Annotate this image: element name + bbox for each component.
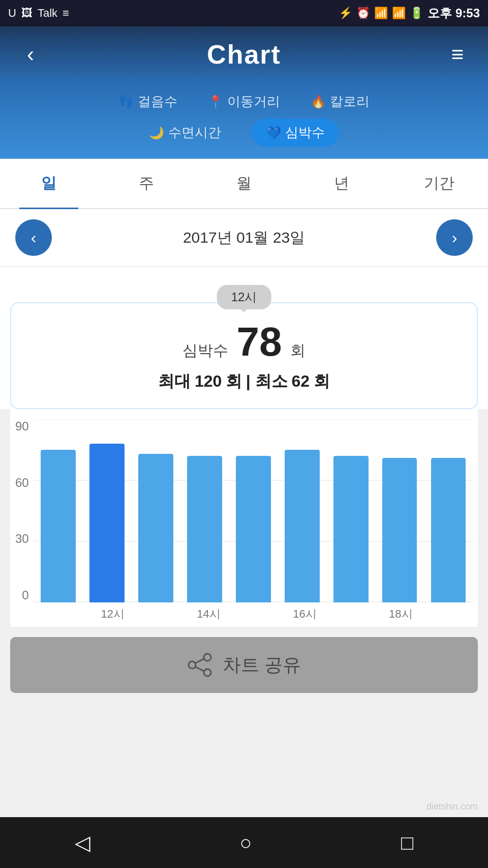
share-icon <box>187 652 212 678</box>
status-bar-left: U 🖼 Talk ≡ <box>8 7 69 20</box>
chart-bar[interactable] <box>41 450 76 602</box>
share-button[interactable]: 차트 공유 <box>10 637 478 693</box>
y-label-30: 30 <box>15 532 29 546</box>
min-label: 최소 <box>255 372 288 390</box>
app-icon-talk: Talk <box>38 7 57 20</box>
heart-rate-stats: 최대 120 회 | 최소 62 회 <box>21 370 467 393</box>
nav-recent-button[interactable]: □ <box>401 831 413 854</box>
bar-group <box>85 444 129 602</box>
metric-heart[interactable]: 💙 심박수 <box>252 119 339 147</box>
chart-bar[interactable] <box>138 454 173 602</box>
x-label <box>235 606 278 622</box>
menu-button[interactable]: ≡ <box>442 39 473 70</box>
prev-date-button[interactable]: ‹ <box>15 219 52 256</box>
back-button[interactable]: ‹ <box>15 39 46 70</box>
status-bar: U 🖼 Talk ≡ ⚡ ⏰ 📶 📶 🔋 오후 9:53 <box>0 0 488 26</box>
svg-point-4 <box>204 654 211 661</box>
app-icon-u: U <box>8 7 16 20</box>
tab-year[interactable]: 년 <box>293 159 390 208</box>
period-tabs: 일 주 월 년 기간 <box>0 159 488 209</box>
bar-group <box>134 454 178 602</box>
calories-icon: 🔥 <box>311 95 326 109</box>
max-value: 120 <box>195 372 222 390</box>
tab-week[interactable]: 주 <box>98 159 195 208</box>
distance-label: 이동거리 <box>227 93 280 110</box>
tab-day[interactable]: 일 <box>0 159 98 208</box>
signal-icon: 📶 <box>392 7 406 20</box>
chart-bars <box>34 419 473 602</box>
nav-back-button[interactable]: ◁ <box>75 831 90 854</box>
svg-point-6 <box>204 669 211 676</box>
next-date-button[interactable]: › <box>436 219 473 256</box>
y-label-0: 0 <box>22 588 28 602</box>
metric-row-2: 🌙 수면시간 💙 심박수 <box>15 119 473 147</box>
y-label-60: 60 <box>15 476 29 490</box>
x-label: 12시 <box>91 606 134 622</box>
battery-icon: 🔋 <box>410 7 423 20</box>
separator: | <box>246 372 255 390</box>
tooltip-time: 12시 <box>217 285 271 309</box>
x-label: 16시 <box>283 606 326 622</box>
metric-row-1: 👣 걸음수 📍 이동거리 🔥 칼로리 <box>15 93 473 110</box>
chart-bar[interactable] <box>236 456 271 602</box>
metric-steps[interactable]: 👣 걸음수 <box>118 93 177 110</box>
min-value: 62 <box>291 372 310 390</box>
chart-body <box>34 419 473 602</box>
x-label <box>139 606 182 622</box>
bar-group <box>329 456 373 602</box>
bottom-navigation: ◁ ○ □ <box>0 817 488 868</box>
bar-group <box>280 450 324 602</box>
tab-month[interactable]: 월 <box>195 159 293 208</box>
chart-wrapper: 90 60 30 0 <box>15 419 473 602</box>
bar-group <box>426 458 470 602</box>
min-unit: 회 <box>314 372 330 390</box>
chart-bar[interactable] <box>382 458 417 602</box>
bar-group <box>378 458 421 602</box>
stats-card: 12시 심박수 78 회 최대 120 회 | 최소 62 회 <box>10 302 478 409</box>
x-label: 18시 <box>379 606 422 622</box>
chart-bar[interactable] <box>187 456 222 602</box>
heart-rate-label: 심박수 <box>182 342 228 359</box>
chart-bar[interactable] <box>285 450 320 602</box>
status-bar-right: ⚡ ⏰ 📶 📶 🔋 오후 9:53 <box>339 5 480 21</box>
date-navigator: ‹ 2017년 01월 23일 › <box>0 209 488 267</box>
steps-label: 걸음수 <box>138 93 177 110</box>
alarm-icon: ⏰ <box>356 7 370 20</box>
bluetooth-icon: ⚡ <box>339 7 352 20</box>
calories-label: 칼로리 <box>330 93 370 110</box>
svg-line-7 <box>196 659 204 663</box>
chart-y-axis: 90 60 30 0 <box>15 419 34 602</box>
heart-rate-unit: 회 <box>290 342 306 359</box>
metric-sleep[interactable]: 🌙 수면시간 <box>149 119 221 147</box>
svg-line-8 <box>196 667 204 671</box>
metric-calories[interactable]: 🔥 칼로리 <box>311 93 370 110</box>
metric-distance[interactable]: 📍 이동거리 <box>208 93 280 110</box>
share-button-label: 차트 공유 <box>223 653 301 678</box>
x-label <box>428 606 470 622</box>
chart-bar[interactable] <box>89 444 125 602</box>
sleep-label: 수면시간 <box>168 124 221 141</box>
chart-area: 90 60 30 0 12시14시16시18시 <box>10 409 478 627</box>
chart-bar[interactable] <box>431 458 466 602</box>
metric-tabs: 👣 걸음수 📍 이동거리 🔥 칼로리 🌙 수면시간 💙 심박수 <box>0 82 488 159</box>
max-label: 최대 <box>158 372 191 390</box>
bar-group <box>182 456 226 602</box>
nav-home-button[interactable]: ○ <box>239 831 252 854</box>
chart-x-labels: 12시14시16시18시 <box>41 602 473 622</box>
status-time: 오후 9:53 <box>428 5 480 21</box>
heart-icon: 💙 <box>266 126 281 140</box>
page-title: Chart <box>207 39 281 70</box>
y-label-90: 90 <box>15 419 29 433</box>
x-label: 14시 <box>187 606 230 622</box>
wifi-icon: 📶 <box>374 7 388 20</box>
current-date: 2017년 01월 23일 <box>183 227 305 248</box>
heart-rate-display: 심박수 78 회 <box>21 319 467 365</box>
x-label <box>331 606 374 622</box>
steps-icon: 👣 <box>118 95 134 109</box>
tab-period[interactable]: 기간 <box>390 159 488 208</box>
svg-point-5 <box>189 661 196 669</box>
sleep-icon: 🌙 <box>149 126 164 140</box>
heart-label: 심박수 <box>285 124 325 141</box>
bar-group <box>37 450 80 602</box>
chart-bar[interactable] <box>333 456 369 602</box>
